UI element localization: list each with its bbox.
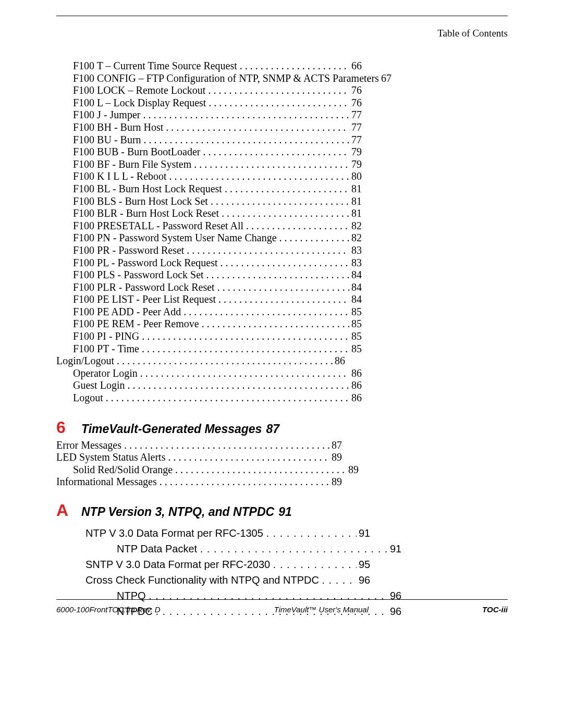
toc-entry[interactable]: F100 K I L L - Reboot 80	[56, 170, 508, 183]
toc-leaders	[211, 195, 349, 208]
toc-entry[interactable]: Solid Red/Solid Orange 89	[56, 464, 508, 476]
toc-leaders	[166, 121, 349, 134]
toc-entry-page: 95	[357, 557, 370, 572]
toc-entry[interactable]: F100 PN - Password System User Name Chan…	[56, 232, 508, 244]
toc-entry-page: 82	[349, 232, 362, 244]
toc-entry-page: 83	[349, 257, 362, 269]
toc-entry-page: 82	[349, 220, 362, 232]
toc-entry[interactable]: F100 PT - Time 85	[56, 343, 508, 355]
header-label: Table of Contents	[56, 28, 508, 39]
toc-entry[interactable]: F100 PI - PING 85	[56, 330, 508, 343]
page-content: Table of Contents F100 T – Current Time …	[56, 16, 508, 619]
toc-entry[interactable]: Guest Login 86	[56, 379, 508, 392]
toc-entry[interactable]: F100 CONFIG – FTP Configuration of NTP, …	[56, 72, 508, 85]
toc-entry[interactable]: NTP Data Packet 91	[56, 541, 508, 557]
toc-entry[interactable]: Error Messages 87	[56, 439, 508, 452]
toc-entry[interactable]: SNTP V 3.0 Data Format per RFC-2030 95	[56, 557, 508, 572]
toc-entry-title: F100 BU - Burn	[73, 134, 144, 146]
toc-entry[interactable]: F100 BLS - Burn Host Lock Set 81	[56, 195, 508, 208]
toc-leaders	[209, 97, 349, 109]
toc-entry-title: F100 J - Jumper	[73, 109, 143, 121]
footer-page-number: TOC-iii	[482, 605, 508, 614]
toc-leaders	[117, 355, 333, 367]
toc-entry[interactable]: F100 PE REM - Peer Remove 85	[56, 318, 508, 330]
toc-leaders	[200, 541, 388, 557]
toc-entry[interactable]: F100 PE ADD - Peer Add 85	[56, 306, 508, 318]
toc-entry-page: 84	[349, 281, 362, 294]
toc-entry[interactable]: F100 BF - Burn File System 79	[56, 158, 508, 171]
toc-leaders	[208, 84, 349, 97]
toc-entry[interactable]: Operator Login 86	[56, 367, 508, 380]
toc-entry-page: 66	[349, 60, 362, 72]
toc-entry-title: F100 PLR - Password Lock Reset	[73, 281, 217, 294]
toc-entry-page: 76	[349, 84, 362, 97]
toc-entry-title: F100 PRESETALL - Password Reset All	[73, 220, 246, 232]
toc-entry-page: 85	[349, 318, 362, 330]
toc-entry[interactable]: F100 PLS - Password Lock Set 84	[56, 269, 508, 281]
chapter-6-heading: 6 TimeVault-Generated Messages 87	[56, 418, 508, 437]
toc-entry-title: NTP Data Packet	[117, 541, 200, 557]
toc-entry-title: Solid Red/Solid Orange	[73, 464, 175, 476]
toc-main: F100 T – Current Time Source Request 66F…	[56, 60, 508, 404]
toc-entry-title: F100 T – Current Time Source Request	[73, 60, 240, 72]
toc-entry[interactable]: F100 PE LIST - Peer List Request 84	[56, 293, 508, 306]
toc-entry-title: F100 PLS - Password Lock Set	[73, 269, 206, 281]
toc-entry-title: F100 LOCK – Remote Lockout	[73, 84, 208, 97]
footer-center: TimeVault™ User's Manual	[274, 605, 369, 614]
toc-entry-page: 81	[349, 207, 362, 220]
top-rule	[56, 16, 508, 16]
toc-entry[interactable]: F100 PL - Password Lock Request 83	[56, 257, 508, 269]
toc-entry-page: 85	[349, 343, 362, 355]
toc-entry[interactable]: F100 L – Lock Display Request 76	[56, 97, 508, 109]
toc-entry[interactable]: F100 PRESETALL - Password Reset All 82	[56, 220, 508, 232]
toc-entry-title: Cross Check Functionality with NTPQ and …	[85, 572, 322, 588]
toc-entry-title: F100 PR - Password Reset	[73, 244, 187, 257]
toc-entry[interactable]: F100 BUB - Burn BootLoader 79	[56, 146, 508, 158]
toc-entry-page: 85	[349, 330, 362, 343]
toc-entry-page: 84	[349, 269, 362, 281]
toc-entry-page: 84	[349, 293, 362, 306]
toc-entry[interactable]: F100 PLR - Password Lock Reset 84	[56, 281, 508, 294]
toc-leaders	[217, 281, 349, 294]
toc-entry[interactable]: F100 BLR - Burn Host Lock Reset 81	[56, 207, 508, 220]
chapter-page: 87	[266, 422, 279, 436]
chapter-number: 6	[56, 418, 81, 437]
toc-entry[interactable]: Login/Logout 86	[56, 355, 508, 367]
toc-entry-page: 77	[349, 134, 362, 146]
toc-entry[interactable]: F100 J - Jumper 77	[56, 109, 508, 121]
toc-entry-title: F100 BLS - Burn Host Lock Set	[73, 195, 211, 208]
toc-entry-page: 80	[349, 170, 362, 183]
toc-leaders	[142, 330, 349, 343]
toc-leaders	[279, 232, 349, 244]
toc-entry-page: 79	[349, 158, 362, 171]
toc-entry-page: 91	[357, 525, 370, 541]
toc-entry[interactable]: Informational Messages 89	[56, 476, 508, 488]
toc-entry-page: 85	[349, 306, 362, 318]
toc-entry-title: SNTP V 3.0 Data Format per RFC-2030	[85, 557, 273, 572]
toc-entry[interactable]: Logout 86	[56, 392, 508, 404]
toc-leaders	[222, 207, 349, 220]
toc-leaders	[194, 158, 349, 171]
toc-entry[interactable]: F100 LOCK – Remote Lockout 76	[56, 84, 508, 97]
toc-leaders	[124, 439, 329, 452]
toc-leaders	[140, 367, 349, 380]
toc-entry[interactable]: Cross Check Functionality with NTPQ and …	[56, 572, 508, 588]
toc-entry-title: F100 PE ADD - Peer Add	[73, 306, 183, 318]
toc-entry[interactable]: LED System Status Alerts 89	[56, 451, 508, 464]
toc-leaders	[202, 318, 349, 330]
toc-leaders	[106, 392, 349, 404]
toc-entry-title: F100 CONFIG – FTP Configuration of NTP, …	[73, 72, 379, 85]
toc-entry-title: Logout	[73, 392, 106, 404]
toc-entry[interactable]: F100 BL - Burn Host Lock Request 81	[56, 183, 508, 195]
toc-leaders	[273, 557, 357, 572]
toc-entry-page: 86	[349, 367, 362, 380]
toc-entry-title: Guest Login	[73, 379, 127, 392]
toc-entry[interactable]: NTP V 3.0 Data Format per RFC-1305 91	[56, 525, 508, 541]
toc-entry[interactable]: F100 PR - Password Reset 83	[56, 244, 508, 257]
footer-rule	[56, 599, 508, 600]
toc-entry[interactable]: F100 BH - Burn Host 77	[56, 121, 508, 134]
toc-entry[interactable]: F100 T – Current Time Source Request 66	[56, 60, 508, 72]
toc-entry[interactable]: F100 BU - Burn 77	[56, 134, 508, 146]
chapter-title: TimeVault-Generated Messages	[81, 422, 262, 436]
toc-entry-title: F100 PE REM - Peer Remove	[73, 318, 202, 330]
